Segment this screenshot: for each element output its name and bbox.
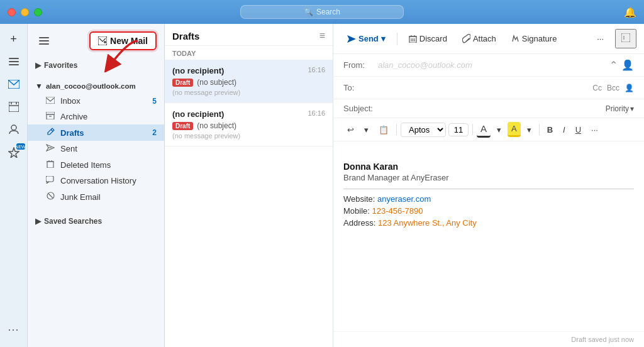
drafts-count: 2 [152,128,157,137]
icon-bar: + NEW ··· [0,24,28,347]
more-label: ··· [597,34,604,43]
sidebar-item-conversation[interactable]: Conversation History [28,173,164,189]
minimize-button[interactable] [21,8,29,16]
mail-nav-button[interactable] [4,74,24,94]
maximize-button[interactable] [34,8,42,16]
signature-name: Donna Karan [343,162,634,172]
new-mail-button[interactable]: New Mail [89,31,157,50]
svg-rect-18 [46,112,55,114]
sidebar-item-junk[interactable]: Junk Email [28,189,164,205]
email-subject-1: (no subject) [197,78,236,87]
sidebar-item-inbox[interactable]: Inbox 5 [28,93,164,109]
discard-button[interactable]: Discard [402,31,453,47]
bold-button[interactable]: B [543,123,557,136]
search-bar[interactable]: 🔍 Search [240,5,404,19]
email-sender-2: (no recipient) [172,109,224,119]
to-contacts-icon[interactable]: 👤 [625,84,634,92]
from-up-icon[interactable]: ⌃ [609,59,618,71]
sidebar-item-drafts[interactable]: Drafts 2 [28,124,164,141]
account-chevron-icon: ▼ [35,82,43,91]
sidebar-item-archive[interactable]: Archive [28,109,164,124]
svg-rect-11 [39,40,49,41]
draft-badge-1: Draft [172,79,193,87]
svg-rect-13 [98,36,107,45]
sidebar-item-deleted[interactable]: Deleted Items [28,157,164,173]
undo-chevron-icon[interactable]: ▾ [360,123,372,136]
font-size-input[interactable] [448,123,469,136]
draft-saved-text: Draft saved just now [571,336,634,343]
svg-line-21 [51,129,53,131]
svg-rect-39 [621,33,630,42]
favorites-header[interactable]: ▶ Favorites [35,59,157,72]
email-meta-1: Draft (no subject) [172,78,325,87]
email-time-1: 16:16 [308,66,325,75]
bcc-button[interactable]: Bcc [607,84,619,92]
more-nav-button[interactable]: ··· [4,319,24,339]
window-controls [8,8,42,16]
font-color-button[interactable]: A [477,121,491,138]
discard-label: Discard [419,34,447,43]
close-button[interactable] [8,8,16,16]
undo-button[interactable]: ↩ [343,123,358,136]
archive-icon [45,112,55,121]
account-section: ▼ alan_cocoo@outlook.com Inbox 5 Archive [28,75,164,209]
copy-format-button[interactable]: 📋 [375,123,392,136]
website-link[interactable]: anyeraser.com [377,194,431,204]
contacts-nav-button[interactable] [4,119,24,140]
new-item-button[interactable]: + [4,29,24,49]
italic-button[interactable]: I [559,123,569,136]
signature-mobile-line: Mobile: 123-456-7890 [343,206,634,216]
calendar-nav-button[interactable] [4,97,24,117]
priority-button[interactable]: Priority ▾ [606,104,634,113]
inbox-label: Inbox [60,96,80,106]
filter-icon[interactable]: ≡ [319,30,325,41]
email-sender-1: (no recipient) [172,66,224,75]
email-item-2[interactable]: (no recipient) 16:16 Draft (no subject) … [165,103,333,146]
title-bar: 🔍 Search 🔔 [0,0,644,24]
from-label: From: [343,60,378,70]
inbox-icon [45,96,55,106]
hamburger-button[interactable] [35,32,53,50]
conversation-label: Conversation History [60,176,136,185]
svg-rect-28 [46,176,53,182]
search-placeholder: Search [316,8,340,16]
svg-rect-10 [39,37,49,38]
account-header[interactable]: ▼ alan_cocoo@outlook.com [28,79,164,93]
cc-button[interactable]: Cc [592,84,602,92]
saved-searches-label: Saved Searches [44,217,102,226]
signature-title: Brand Manager at AnyEraser [343,173,634,182]
from-value: alan_cocoo@outlook.com [378,60,609,70]
expand-button[interactable] [615,29,636,48]
sidebar-toggle-button[interactable] [4,52,24,72]
saved-searches-header[interactable]: ▶ Saved Searches [35,215,157,228]
junk-icon [45,192,55,202]
signature-label: Signature [522,34,557,43]
more-format-button[interactable]: ··· [587,123,602,136]
svg-rect-2 [9,64,19,65]
notification-icon[interactable]: 🔔 [624,6,636,18]
sent-label: Sent [60,144,77,153]
email-time-2: 16:16 [308,109,325,119]
deleted-label: Deleted Items [60,160,111,170]
email-item-1[interactable]: (no recipient) 16:16 Draft (no subject) … [165,60,333,103]
email-subject-2: (no subject) [197,121,236,130]
conversation-icon [45,176,55,185]
junk-label: Junk Email [60,192,101,202]
underline-button[interactable]: U [572,123,585,136]
signature-button[interactable]: Signature [505,31,564,47]
attach-button[interactable]: Attach [456,31,502,47]
sidebar-item-sent[interactable]: Sent [28,141,164,157]
font-color-chevron-icon[interactable]: ▾ [493,123,505,136]
compose-body[interactable]: Donna Karan Brand Manager at AnyEraser W… [333,141,644,331]
address-label: Address: [343,218,375,228]
starred-nav-button[interactable]: NEW [4,142,24,162]
send-button[interactable]: Send ▾ [341,31,392,47]
from-contacts-icon[interactable]: 👤 [621,59,634,71]
highlight-chevron-icon[interactable]: ▾ [523,123,535,136]
more-toolbar-button[interactable]: ··· [591,31,610,47]
highlight-button[interactable]: A [508,122,521,137]
new-badge: NEW [16,143,25,150]
svg-point-8 [11,125,16,130]
saved-searches-chevron-icon: ▶ [35,217,41,226]
font-select[interactable]: Aptos [401,123,446,137]
